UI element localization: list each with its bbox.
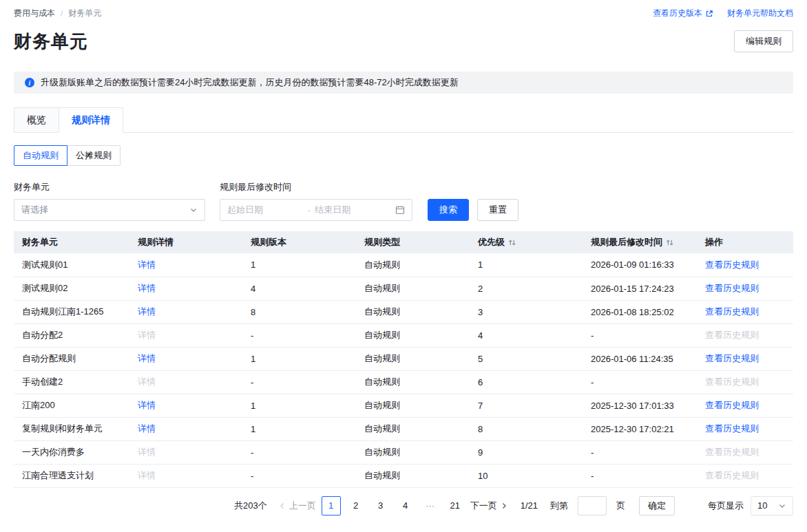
cell-version: 4	[242, 277, 356, 300]
cell-version: -	[242, 370, 356, 394]
view-history-rule-link[interactable]: 查看历史规则	[705, 259, 759, 270]
pagination-page-1[interactable]: 1	[322, 496, 341, 515]
notice-banner: i 升级新版账单之后的数据预计需要24小时完成数据更新，历史月份的数据预计需要4…	[14, 72, 793, 94]
detail-link: 详情	[138, 376, 156, 387]
date-separator: -	[308, 205, 311, 215]
tab-rule-details[interactable]: 规则详情	[59, 107, 123, 133]
cell-unit-name: 江南合理透支计划	[14, 464, 129, 487]
table-row: 测试规则02 详情 4 自动规则 2 2026-01-15 17:24:23 查…	[14, 277, 793, 300]
cell-unit-name: 测试规则02	[14, 277, 129, 300]
prev-page-button[interactable]: 上一页	[278, 500, 316, 512]
view-history-version-link[interactable]: 查看历史版本	[653, 8, 713, 19]
goto-confirm-button[interactable]: 确定	[639, 496, 675, 515]
cell-priority: 2	[470, 277, 583, 300]
cell-version: -	[242, 323, 356, 347]
breadcrumb-parent[interactable]: 费用与成本	[14, 8, 55, 19]
cell-type: 自动规则	[356, 300, 470, 323]
total-count: 共203个	[234, 500, 267, 512]
cell-modified: 2026-01-08 18:25:02	[583, 300, 697, 323]
detail-link[interactable]: 详情	[138, 423, 156, 434]
page-title: 财务单元	[14, 30, 88, 54]
cell-version: 1	[242, 347, 356, 370]
page-size-value: 10	[757, 500, 767, 511]
view-history-rule-link[interactable]: 查看历史规则	[705, 306, 759, 317]
edit-rule-button[interactable]: 编辑规则	[734, 30, 793, 52]
detail-link[interactable]: 详情	[138, 259, 156, 270]
col-modified-time[interactable]: 规则最后修改时间	[583, 231, 697, 253]
unit-select[interactable]: 请选择	[14, 199, 205, 221]
page-size-select[interactable]: 10	[751, 496, 793, 515]
start-date-input[interactable]: 起始日期	[227, 204, 304, 216]
goto-page-input[interactable]	[578, 496, 607, 515]
pagination-page-21[interactable]: 21	[446, 496, 465, 515]
view-history-rule-link: 查看历史规则	[705, 330, 759, 340]
cell-unit-name: 手动创建2	[14, 370, 129, 394]
cell-type: 自动规则	[356, 253, 470, 277]
search-button[interactable]: 搜索	[428, 199, 469, 221]
cell-unit-name: 自动规则江南1-1265	[14, 300, 129, 323]
cell-type: 自动规则	[356, 323, 470, 347]
rules-table: 财务单元 规则详情 规则版本 规则类型 优先级 规则最后修改时间 操作	[14, 231, 793, 488]
cell-version: -	[242, 440, 356, 464]
cell-version: 8	[242, 300, 356, 323]
reset-button[interactable]: 重置	[477, 199, 518, 221]
sort-icon	[507, 238, 516, 247]
view-history-version-label: 查看历史版本	[653, 8, 702, 19]
title-row: 财务单元 编辑规则	[14, 29, 793, 54]
cell-priority: 1	[470, 253, 583, 277]
cell-type: 自动规则	[356, 394, 470, 417]
table-row: 测试规则01 详情 1 自动规则 1 2026-01-09 01:16:33 查…	[14, 253, 793, 277]
col-rule-type: 规则类型	[356, 231, 470, 253]
cell-version: 1	[242, 394, 356, 417]
cell-version: 1	[242, 417, 356, 440]
toggle-shared-rules[interactable]: 公摊规则	[67, 145, 120, 166]
cell-unit-name: 自动分配2	[14, 323, 129, 347]
table-row: 手动创建2 详情 - 自动规则 6 - 查看历史规则	[14, 370, 793, 394]
page-size-label: 每页显示	[708, 500, 744, 512]
cell-version: -	[242, 464, 356, 487]
toggle-auto-rules[interactable]: 自动规则	[14, 145, 67, 166]
view-history-rule-link[interactable]: 查看历史规则	[705, 423, 759, 434]
help-doc-link[interactable]: 财务单元帮助文档	[727, 8, 793, 19]
cell-type: 自动规则	[356, 440, 470, 464]
info-icon: i	[25, 78, 34, 87]
chevron-right-icon	[500, 502, 508, 510]
cell-priority: 3	[470, 300, 583, 323]
cell-modified: 2026-01-15 17:24:23	[583, 277, 697, 300]
next-page-button[interactable]: 下一页	[470, 500, 508, 512]
detail-link[interactable]: 详情	[138, 283, 156, 293]
filter-bar: 财务单元 请选择 规则最后修改时间 起始日期 - 结束日期 搜索 重置	[14, 181, 793, 221]
notice-text: 升级新版账单之后的数据预计需要24小时完成数据更新，历史月份的数据预计需要48-…	[41, 76, 459, 89]
next-page-label: 下一页	[470, 500, 497, 512]
rule-type-toggle: 自动规则 公摊规则	[14, 145, 120, 166]
col-priority[interactable]: 优先级	[470, 231, 583, 253]
tab-overview[interactable]: 概览	[14, 107, 59, 133]
cell-priority: 8	[470, 417, 583, 440]
cell-version: 1	[242, 253, 356, 277]
detail-link: 详情	[138, 330, 156, 340]
detail-link[interactable]: 详情	[138, 306, 156, 317]
end-date-input[interactable]: 结束日期	[315, 204, 391, 216]
top-links: 查看历史版本 财务单元帮助文档	[653, 8, 793, 19]
view-history-rule-link[interactable]: 查看历史规则	[705, 283, 759, 293]
pagination-page-2[interactable]: 2	[346, 496, 366, 515]
view-history-rule-link[interactable]: 查看历史规则	[705, 400, 759, 410]
table-header: 财务单元 规则详情 规则版本 规则类型 优先级 规则最后修改时间 操作	[14, 231, 793, 253]
cell-unit-name: 自动分配规则	[14, 347, 129, 370]
detail-link[interactable]: 详情	[138, 353, 156, 363]
pagination-page-3[interactable]: 3	[371, 496, 390, 515]
date-range-picker[interactable]: 起始日期 - 结束日期	[220, 199, 412, 221]
detail-link[interactable]: 详情	[138, 400, 156, 410]
cell-modified: -	[583, 323, 697, 347]
col-actions: 操作	[697, 231, 793, 253]
detail-link: 详情	[138, 447, 156, 457]
pagination-page-4[interactable]: 4	[396, 496, 415, 515]
cell-modified: -	[583, 440, 697, 464]
tabbar: 概览 规则详情	[14, 107, 793, 133]
pagination-ellipsis[interactable]: ···	[421, 496, 440, 515]
col-rule-version: 规则版本	[242, 231, 356, 253]
view-history-rule-link[interactable]: 查看历史规则	[705, 353, 759, 363]
breadcrumb-separator: /	[61, 9, 63, 19]
table-body: 测试规则01 详情 1 自动规则 1 2026-01-09 01:16:33 查…	[14, 253, 793, 487]
cell-modified: -	[583, 464, 697, 487]
